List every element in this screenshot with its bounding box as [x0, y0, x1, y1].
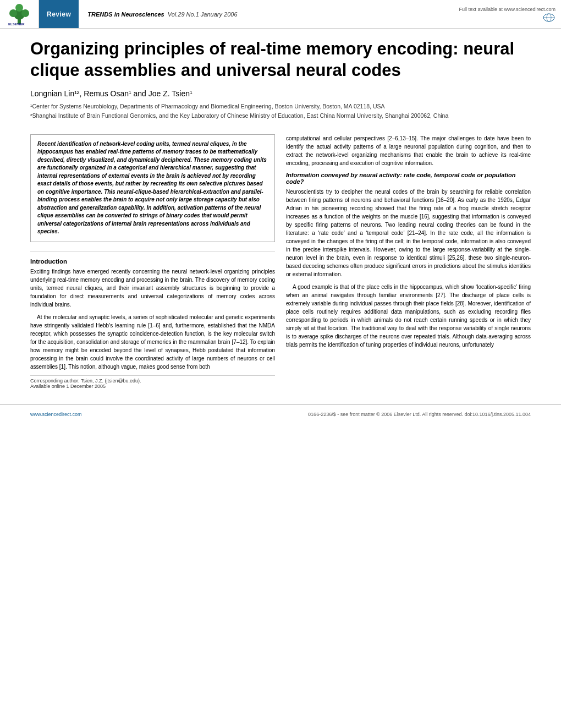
page-footer: www.sciencedirect.com 0166-2236/$ - see … [0, 404, 561, 422]
sciencedirect-icon [542, 13, 556, 22]
left-column: Recent identification of network-level c… [30, 134, 275, 389]
title-section: Organizing principles of real-time memor… [0, 29, 561, 134]
author-names: Longnian Lin¹², Remus Osan¹ and Joe Z. T… [30, 89, 193, 98]
svg-point-4 [21, 9, 29, 17]
elsevier-logo-area: ELSEVIER [0, 0, 39, 28]
right-column: computational and cellular perspectives … [286, 134, 531, 389]
header-bar: ELSEVIER Review TRENDS in Neurosciences … [0, 0, 561, 29]
corresponding-note: Corresponding author: Tsien, J.Z. (jtsie… [30, 375, 275, 389]
footer-url: www.sciencedirect.com [30, 408, 82, 418]
s1-p2: A good example is that of the place cell… [286, 283, 531, 349]
affiliations: ¹Center for Systems Neurobiology, Depart… [30, 102, 531, 120]
affiliation-2: ²Shanghai Institute of Brain Functional … [30, 112, 531, 120]
footer-url-text: www.sciencedirect.com [30, 412, 82, 417]
available-online: Available online 1 December 2005 [30, 384, 275, 389]
article-title: Organizing principles of real-time memor… [30, 39, 531, 81]
section-divider [30, 251, 275, 251]
svg-text:ELSEVIER: ELSEVIER [8, 23, 25, 26]
section1-text-2: A good example is that of the place cell… [286, 283, 531, 349]
svg-point-5 [15, 4, 23, 12]
full-text-label: Full text available at www.sciencedirect… [459, 7, 556, 12]
intro-p1-text: Exciting findings have emerged recently … [30, 267, 275, 309]
section1-text-1: Neuroscientists try to decipher the neur… [286, 188, 531, 278]
journal-name: TRENDS in Neurosciences [87, 11, 164, 18]
footer-issn-text: 0166-2236/$ - see front matter © 2006 El… [308, 412, 531, 417]
affiliation-1: ¹Center for Systems Neurobiology, Depart… [30, 102, 531, 111]
badge-label: Review [47, 10, 71, 18]
abstract-text: Recent identification of network-level c… [37, 140, 268, 236]
intro-paragraph-2: At the molecular and synaptic levels, a … [30, 313, 275, 371]
footer-issn: 0166-2236/$ - see front matter © 2006 El… [308, 408, 531, 418]
right-intro-continuation: computational and cellular perspectives … [286, 134, 531, 167]
abstract-box: Recent identification of network-level c… [30, 134, 275, 242]
s1-p1: Neuroscientists try to decipher the neur… [286, 188, 531, 278]
authors: Longnian Lin¹², Remus Osan¹ and Joe Z. T… [30, 89, 531, 98]
header-right: Full text available at www.sciencedirect… [453, 0, 561, 28]
section1-heading: Information conveyed by neural activity:… [286, 172, 531, 185]
right-intro-text: computational and cellular perspectives … [286, 134, 531, 167]
corresponding-author: Corresponding author: Tsien, J.Z. (jtsie… [30, 378, 275, 384]
review-badge: Review [39, 0, 79, 28]
svg-point-3 [9, 9, 17, 17]
intro-p2-text: At the molecular and synaptic levels, a … [30, 313, 275, 371]
intro-heading: Introduction [30, 258, 275, 265]
journal-info: TRENDS in Neurosciences Vol.29 No.1 Janu… [79, 0, 453, 28]
intro-paragraph-1: Exciting findings have emerged recently … [30, 267, 275, 309]
elsevier-logo: ELSEVIER [6, 2, 33, 26]
volume-info: Vol.29 No.1 January 2006 [168, 11, 238, 18]
main-content: Recent identification of network-level c… [0, 134, 561, 400]
